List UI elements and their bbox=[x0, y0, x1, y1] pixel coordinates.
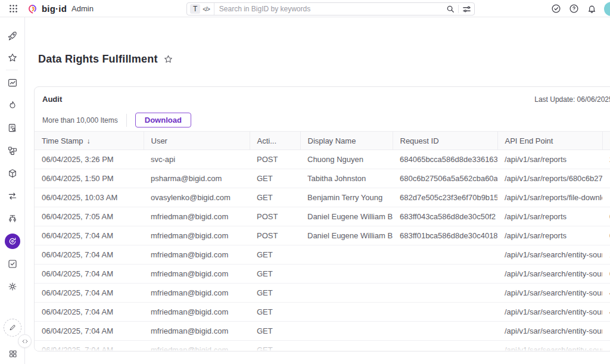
table-header-row: Time Stamp↓UserActi...Display NameReques… bbox=[35, 132, 610, 150]
table-cell: /api/v1/sar/search/entity-sources?all... bbox=[497, 245, 602, 265]
apps-grid-icon[interactable] bbox=[5, 346, 21, 362]
help-icon[interactable] bbox=[568, 4, 579, 14]
nav-getting-started-rocket-icon[interactable] bbox=[5, 28, 20, 43]
table-cell: GET bbox=[250, 284, 300, 303]
waffle-menu-icon[interactable] bbox=[8, 3, 18, 14]
annotate-pencil-icon[interactable] bbox=[4, 319, 21, 337]
table-cell: mfriedman@bigid.com bbox=[144, 341, 250, 352]
table-cell: GET bbox=[250, 341, 300, 352]
table-cell bbox=[300, 341, 393, 352]
nav-policies-sitemap-icon[interactable] bbox=[5, 211, 20, 226]
table-cell: 2 bbox=[602, 150, 610, 169]
table-cell: /api/v1/sar/search/entity-sources?all... bbox=[497, 265, 602, 284]
table-row[interactable]: 06/04/2025, 7:04 AMmfriedman@bigid.comGE… bbox=[35, 265, 610, 284]
user-avatar[interactable] bbox=[604, 2, 610, 16]
table-cell: /api/v1/sar/search/entity-sources?all... bbox=[497, 303, 602, 322]
table-cell: /api/v1/sar/search/entity-sources?all... bbox=[497, 284, 602, 303]
table-cell: svc-api bbox=[144, 150, 250, 169]
table-row[interactable]: 06/04/2025, 7:05 AMmfriedman@bigid.comPO… bbox=[35, 207, 610, 226]
table-cell: 0 bbox=[602, 226, 610, 245]
download-button[interactable]: Download bbox=[135, 113, 191, 127]
search-input[interactable] bbox=[214, 5, 443, 13]
table-cell: 06/04/2025, 7:04 AM bbox=[35, 226, 144, 245]
table-cell: GET bbox=[250, 303, 300, 322]
table-cell bbox=[300, 265, 393, 284]
table-cell bbox=[393, 303, 497, 322]
nav-separator bbox=[6, 70, 18, 70]
table-cell: /api/v1/sar/reports bbox=[497, 207, 602, 226]
table-cell: 684065bcca586d8de3361638 bbox=[393, 150, 497, 169]
query-mode-button[interactable]: </> bbox=[203, 6, 209, 13]
table-cell: 06/04/2025, 7:04 AM bbox=[35, 303, 144, 322]
table-cell bbox=[393, 265, 497, 284]
nav-validation-checkbox-icon[interactable] bbox=[5, 256, 20, 272]
table-cell: Benjamin Terry Young bbox=[300, 188, 393, 207]
table-row[interactable]: 06/04/2025, 7:04 AMmfriedman@bigid.comGE… bbox=[35, 284, 610, 303]
table-cell: POST bbox=[250, 226, 300, 245]
developer-console-toggle[interactable] bbox=[18, 334, 32, 348]
nav-data-flows-icon[interactable] bbox=[5, 188, 20, 204]
main-content: Data Rights Fulfillment New RequestPendi… bbox=[25, 17, 610, 364]
toolbar-divider bbox=[126, 114, 127, 127]
table-cell: /api/v1/sar/search/entity-sources?all... bbox=[497, 341, 602, 352]
favorite-star-icon[interactable] bbox=[163, 54, 173, 64]
search-filters-icon[interactable] bbox=[459, 3, 474, 15]
table-cell: GET bbox=[250, 169, 300, 188]
app-window: big·id Admin T </> bbox=[0, 0, 610, 364]
audit-table-wrap: Time Stamp↓UserActi...Display NameReques… bbox=[35, 131, 610, 351]
nav-catalog-search-icon[interactable] bbox=[5, 120, 20, 136]
brand-name: big·id bbox=[42, 4, 67, 14]
table-cell: 06/04/2025, 7:04 AM bbox=[35, 322, 144, 341]
column-header[interactable]: User bbox=[144, 132, 250, 150]
table-cell: Daniel Eugene William Barnes bbox=[300, 207, 393, 226]
table-cell: GET bbox=[250, 188, 300, 207]
table-cell: /api/v1/sar/reports bbox=[497, 150, 602, 169]
last-update-label: Last Update: 06/06/2025, 5 bbox=[534, 95, 610, 104]
column-header[interactable]: Display Name bbox=[300, 132, 393, 150]
column-header[interactable]: Time Stamp↓ bbox=[35, 132, 144, 150]
table-row[interactable]: 06/04/2025, 7:04 AMmfriedman@bigid.comGE… bbox=[35, 341, 610, 352]
column-header[interactable]: R bbox=[602, 132, 610, 150]
nav-hotspots-flame-icon[interactable] bbox=[5, 98, 20, 113]
table-row[interactable]: 06/04/2025, 7:04 AMmfriedman@bigid.comGE… bbox=[35, 322, 610, 341]
table-cell bbox=[393, 245, 497, 265]
table-cell bbox=[300, 322, 393, 341]
table-cell: psharma@bigid.com bbox=[144, 169, 250, 188]
topbar-actions bbox=[550, 0, 610, 17]
table-cell: 4 bbox=[602, 303, 610, 322]
nav-inventory-cube-icon[interactable] bbox=[5, 166, 20, 181]
table-cell: /api/v1/sar/reports bbox=[497, 226, 602, 245]
table-row[interactable]: 06/04/2025, 1:50 PMpsharma@bigid.comGETT… bbox=[35, 169, 610, 188]
bigid-fingerprint-icon bbox=[27, 3, 38, 14]
column-header[interactable]: Acti... bbox=[250, 132, 300, 150]
table-cell: GET bbox=[250, 245, 300, 265]
tasks-check-icon[interactable] bbox=[550, 4, 561, 14]
search-icon[interactable] bbox=[443, 3, 458, 15]
table-row[interactable]: 06/04/2025, 10:03 AMovasylenko@bigid.com… bbox=[35, 188, 610, 207]
table-cell bbox=[300, 284, 393, 303]
column-header[interactable]: API End Point bbox=[497, 132, 602, 150]
table-cell: 4 bbox=[602, 341, 610, 352]
nav-data-rights-active-icon[interactable] bbox=[5, 234, 20, 249]
nav-favorites-star-icon[interactable] bbox=[5, 50, 20, 66]
nav-classification-icon[interactable] bbox=[5, 143, 20, 158]
table-row[interactable]: 06/04/2025, 3:26 PMsvc-apiPOSTChuong Ngu… bbox=[35, 150, 610, 169]
table-cell: 0 bbox=[602, 265, 610, 284]
table-cell: 06/04/2025, 7:04 AM bbox=[35, 284, 144, 303]
table-cell bbox=[393, 341, 497, 352]
text-mode-button[interactable]: T bbox=[190, 4, 200, 14]
column-header[interactable]: Request ID bbox=[393, 132, 497, 150]
nav-settings-gear-icon[interactable] bbox=[5, 279, 20, 294]
brand-suffix: Admin bbox=[71, 4, 94, 13]
table-row[interactable]: 06/04/2025, 7:04 AMmfriedman@bigid.comGE… bbox=[35, 245, 610, 265]
table-row[interactable]: 06/04/2025, 7:04 AMmfriedman@bigid.comGE… bbox=[35, 303, 610, 322]
bigid-logo[interactable]: big·id Admin bbox=[27, 3, 94, 14]
table-cell: mfriedman@bigid.com bbox=[144, 303, 250, 322]
audit-table: Time Stamp↓UserActi...Display NameReques… bbox=[35, 131, 610, 351]
table-cell: 1 bbox=[602, 245, 610, 265]
table-cell: Tabitha Johnston bbox=[300, 169, 393, 188]
table-cell: 06/04/2025, 7:04 AM bbox=[35, 265, 144, 284]
nav-dashboard-icon[interactable] bbox=[5, 75, 20, 91]
table-row[interactable]: 06/04/2025, 7:04 AMmfriedman@bigid.comPO… bbox=[35, 226, 610, 245]
notifications-bell-icon[interactable] bbox=[586, 4, 597, 14]
